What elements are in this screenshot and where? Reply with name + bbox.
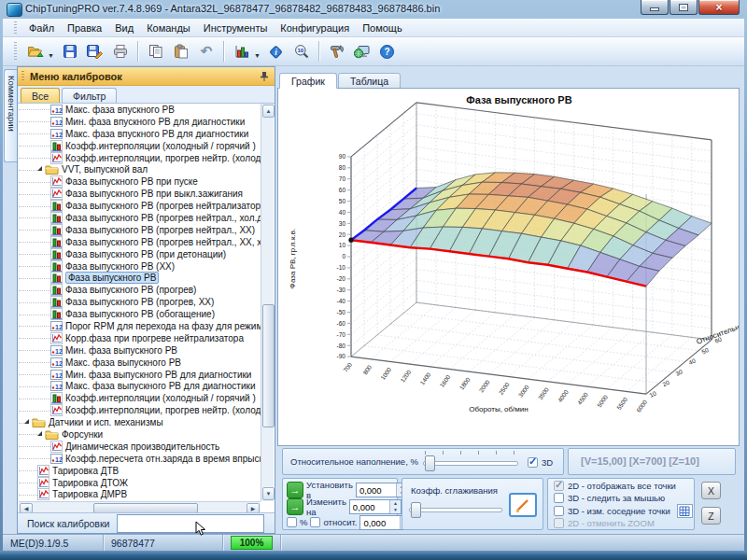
grid-button[interactable] <box>677 504 693 518</box>
smoothing-slider[interactable] <box>409 501 502 517</box>
option-row[interactable]: 3D - изм. соседние точки <box>554 505 694 517</box>
change-value-button[interactable]: → <box>287 498 303 515</box>
tree-item[interactable]: 12Порог RPM для перехода на фазу для реж… <box>19 320 261 332</box>
x-axis-button[interactable]: X <box>701 482 721 499</box>
z-axis-button[interactable]: Z <box>701 507 721 525</box>
find-value-icon[interactable]: 10 <box>289 39 314 63</box>
copy-icon[interactable] <box>144 39 168 63</box>
tree-item[interactable]: 12Мин. фаза впускного РВ для диагностики <box>19 116 261 128</box>
option-checkbox[interactable] <box>554 481 564 491</box>
fill-slider[interactable] <box>423 455 518 470</box>
scroll-down-button[interactable]: ▼ <box>262 487 275 500</box>
menu-item[interactable]: Правка <box>61 21 108 35</box>
percent-checkbox[interactable] <box>287 517 297 527</box>
tree-item[interactable]: Фаза выпускного РВ (обогащение) <box>19 308 261 320</box>
tree-item[interactable]: Фаза выпускного РВ (при детонации) <box>19 248 261 260</box>
paste-icon[interactable] <box>169 39 193 63</box>
menu-item[interactable]: Файл <box>22 21 61 35</box>
tab-Все[interactable]: Все <box>21 88 60 103</box>
info-icon[interactable]: i <box>264 39 289 63</box>
open-icon[interactable] <box>23 39 48 63</box>
set-value-spinner[interactable]: 0,000 ▲▼ <box>356 483 408 497</box>
open-dropdown-arrow[interactable]: ▼ <box>48 52 54 59</box>
checkbox-3d[interactable] <box>528 457 538 468</box>
tree-item[interactable]: Фаза выпускного РВ (прогрев) <box>19 284 261 296</box>
undo-icon[interactable]: ↶ <box>194 39 218 63</box>
tree-item[interactable]: Динамическая производительность <box>19 441 261 453</box>
surface-chart[interactable]: 9080706050403020100-10-20-30-40-50-60-70… <box>278 89 739 445</box>
option-row[interactable]: 3D - следить за мышью <box>554 493 694 505</box>
tree-item[interactable]: Коэфф.интерполяции (холодный / горячий ) <box>19 392 261 404</box>
title-bar[interactable]: ChipTuningPRO ver.7.4.8.969 - Antara32L_… <box>0 0 747 19</box>
slider-groove[interactable] <box>423 461 518 466</box>
comments-side-tab[interactable]: Комментарии <box>4 69 17 162</box>
tree-folder[interactable]: Форсунки <box>19 428 261 441</box>
pin-icon[interactable] <box>260 71 269 84</box>
checkbox-3d-row[interactable]: 3D <box>528 456 553 469</box>
menu-item[interactable]: Инструменты <box>197 21 275 35</box>
relative-checkbox[interactable] <box>310 517 320 527</box>
tree-item[interactable]: 12Макс. фаза выпускного РВ <box>19 357 261 369</box>
tree-item[interactable]: 12Мин. фаза выпускного РВ <box>19 344 261 357</box>
option-checkbox[interactable] <box>554 493 564 503</box>
tree-item[interactable]: Фаза выпускного РВ при пуске <box>19 175 261 188</box>
menu-item[interactable]: Вид <box>108 21 140 35</box>
tree-item[interactable]: Коэфф.интерполяции, прогрев нейтр. (холо… <box>19 152 261 164</box>
tree-horizontal-scrollbar[interactable]: ◀ ▶ <box>19 501 261 512</box>
print-icon[interactable] <box>108 39 133 63</box>
tree-item[interactable]: 12Макс. фаза впускного РВ для диагностик… <box>19 128 261 140</box>
tree-item[interactable]: 12Коэфф.пересчета отн.заряда в время впр… <box>19 453 261 465</box>
tree-item[interactable]: Коэфф.интерполяции, прогрев нейтр. (холо… <box>19 404 261 416</box>
expand-arrow-icon[interactable] <box>24 419 29 424</box>
tree-item[interactable]: Фаза выпускного РВ <box>19 272 261 284</box>
tree-folder[interactable]: Датчики и исп. механизмы <box>19 416 261 428</box>
tab-Фильтр[interactable]: Фильтр <box>62 88 117 103</box>
option-checkbox[interactable] <box>554 518 564 528</box>
tab-График[interactable]: График <box>279 73 337 89</box>
expand-arrow-icon[interactable] <box>37 431 42 436</box>
slider-groove[interactable] <box>409 508 502 512</box>
help-icon[interactable]: ? <box>375 39 400 63</box>
tree-item[interactable]: 12Макс. фаза впускного РВ <box>19 104 261 116</box>
tree-item[interactable]: 12Мин. фаза выпускного РВ для диагностик… <box>19 369 261 381</box>
tree-item[interactable]: Фаза выпускного РВ (прогрев нейтрал., хо… <box>19 212 261 224</box>
search-input[interactable] <box>117 514 264 533</box>
slider-thumb[interactable] <box>425 455 435 471</box>
close-button[interactable]: × <box>698 0 740 15</box>
maximize-button[interactable] <box>669 0 698 15</box>
change-value-spinner[interactable]: 0,000 ▲▼ <box>349 499 402 514</box>
menu-item[interactable]: Команды <box>140 21 197 35</box>
tree-item[interactable]: 12Макс. фаза выпускного РВ для диагности… <box>19 380 261 392</box>
expand-arrow-icon[interactable] <box>37 166 42 171</box>
tree-item[interactable]: Коэфф.интерполяции (холодный / горячий ) <box>19 140 261 152</box>
menu-item[interactable]: Конфигурация <box>274 21 356 35</box>
tree-item[interactable]: Тарировка ДМРВ <box>19 489 261 501</box>
save-as-icon[interactable] <box>83 39 107 63</box>
tree-item[interactable]: Фаза выпускного РВ (прогрев нейтрал., ХХ… <box>19 236 261 248</box>
apply-smoothing-button[interactable] <box>509 493 537 517</box>
tools-icon[interactable] <box>325 39 349 63</box>
chart-area[interactable]: 9080706050403020100-10-20-30-40-50-60-70… <box>277 88 740 446</box>
scroll-up-button[interactable]: ▲ <box>262 105 275 118</box>
menu-item[interactable]: Помощь <box>356 21 409 35</box>
minimize-button[interactable] <box>641 0 669 15</box>
tree-item[interactable]: Корр.фаза при прогреве нейтрализатора <box>19 332 261 344</box>
tree-item[interactable]: Тарировка ДТВ <box>19 465 261 477</box>
option-row[interactable]: 2D - отображать все точки <box>554 480 694 492</box>
option-checkbox[interactable] <box>554 506 564 516</box>
tab-Таблица[interactable]: Таблица <box>338 73 401 89</box>
chart-dropdown-arrow[interactable]: ▼ <box>254 52 261 59</box>
tree-item[interactable]: Фаза выпускного РВ (ХХ) <box>19 260 261 273</box>
spinner-arrows[interactable]: ▲▼ <box>389 500 401 513</box>
scroll-thumb[interactable] <box>262 304 275 427</box>
tree-folder[interactable]: VVT, выпускной вал <box>19 163 261 175</box>
chart-icon[interactable] <box>230 39 254 63</box>
option-row[interactable]: 2D - отменить ZOOM <box>554 518 694 530</box>
internet-icon[interactable] <box>350 39 374 63</box>
save-icon[interactable] <box>58 39 82 63</box>
tree-item[interactable]: Тарировка ДТОЖ <box>19 477 261 489</box>
tree-item[interactable]: Фаза выпускного РВ (прогрев нейтрализато… <box>19 200 261 212</box>
tree-item[interactable]: Фаза выпускного РВ при выкл.зажигания <box>19 188 261 200</box>
tree-item[interactable]: Фаза выпускного РВ (прогрев, ХХ) <box>19 296 261 308</box>
slider-thumb[interactable] <box>411 502 421 518</box>
